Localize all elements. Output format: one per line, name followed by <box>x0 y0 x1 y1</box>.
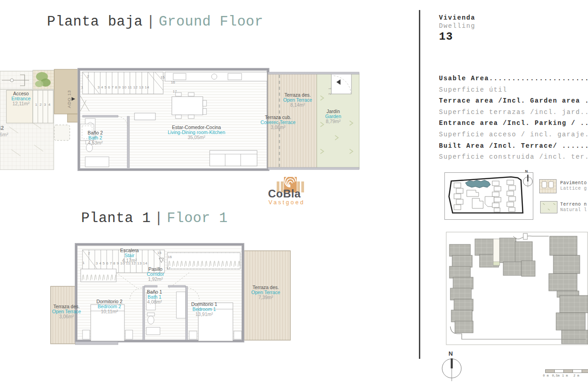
site-location-map <box>444 172 533 220</box>
room-label-bedroom1: Dormitorio 1 Bedroom 1 13,91m² <box>191 302 217 317</box>
f1-stair-number-1: 1 <box>83 261 84 265</box>
f1-stair-number-2: 2 <box>88 251 90 255</box>
title-ground-es: Planta baja <box>47 14 143 30</box>
f1-stair-number-16: 16 <box>168 255 172 259</box>
floorplan-sheet: Planta baja|Ground Floor Planta 1|Floor … <box>0 0 588 383</box>
ado-arrow-icon <box>72 97 75 101</box>
room-label-open-terrace-gf: Terraza des. Open Terrace 8,14m² <box>283 93 312 108</box>
gf-stair-number-17: 17 <box>173 89 177 93</box>
area-row-entrance: Entrance area /Incl. Parking / .... Supe… <box>439 119 588 141</box>
legend-natural-en: Natural l <box>560 207 587 212</box>
area-row-built: Built Area /Incl. Terrace/ ........ Supe… <box>439 141 588 164</box>
logo-name: CoBla <box>268 187 301 200</box>
scale-label-2: 2 m <box>573 374 579 378</box>
title-floor1-en: Floor 1 <box>167 210 228 226</box>
dwelling-label-en: Dwelling <box>439 22 475 30</box>
map-north-label: N <box>525 169 528 173</box>
title-ground-en: Ground Floor <box>159 14 263 30</box>
f1-stair-run-numbers: 3 4 5 6 7 8 9 10 11 12 13 14 <box>96 261 148 265</box>
ado-unit-label: ADO 13 <box>67 90 72 108</box>
room-label-garden: Jardín Garden 8,79m² <box>325 109 341 124</box>
gf-stair-number-1: 1 <box>81 85 83 89</box>
gf-stair-run-numbers: 3 4 5 6 7 8 9 10 11 12 13 14 <box>98 85 150 89</box>
logo-subtitle: Vastgoed <box>268 199 305 206</box>
room-label-corridor: Pasillo Corridor 1,92m² <box>147 267 164 282</box>
room-label-open-terrace-left: Terraza des. Open Terrace 3,06m² <box>52 304 81 319</box>
f1-stair-number-15: 15 <box>157 251 161 255</box>
legend-lattice-en: Lattice g <box>560 186 587 191</box>
scale-label-1: 1 m <box>562 374 568 378</box>
compass-icon <box>439 356 465 382</box>
title-floor1-es: Planta 1 <box>81 210 151 226</box>
site-location-map-drawing <box>445 173 533 219</box>
room-label-bath1: Baño 1 Bath 1 4,08m² <box>147 290 162 305</box>
vertical-divider <box>419 10 420 359</box>
gf-stair-number-16: 16 <box>171 80 175 84</box>
title-ground-separator: | <box>143 14 159 30</box>
legend-swatch-natural <box>540 201 557 213</box>
dwelling-label-es: Vivienda <box>439 14 475 21</box>
room-label-covered-terrace: Terraza cub. Coverec Terrace 3,08m² <box>261 115 296 130</box>
room-label-open-terrace-right: Terraza des. Open Terrace 7,39m² <box>251 285 280 300</box>
room-label-bath2: Baño 2 Bath 2 4,53m² <box>88 130 103 145</box>
room-label-entrance: Acceso Entrance 12,11m² <box>11 91 31 106</box>
area-row-usable: Usable Area........................ Supe… <box>439 74 588 96</box>
area-table: Usable Area........................ Supe… <box>439 74 588 164</box>
gf-stair-number-15: 15 <box>160 75 165 79</box>
legend-swatch-lattice <box>539 179 557 193</box>
f1-stair-number-17: 17 <box>166 266 170 270</box>
scale-label-05: 0,5m <box>552 374 560 378</box>
page-title-floor1: Planta 1|Floor 1 <box>81 210 228 226</box>
scale-label-0: 0 m <box>543 374 549 378</box>
highlighted-building <box>465 180 490 188</box>
site-plan-drawing <box>446 232 588 346</box>
area-row-terrace: Terrace area /Incl. Garden area ... Supe… <box>439 96 588 119</box>
page-title-ground-floor: Planta baja|Ground Floor <box>47 14 263 30</box>
parking-area-partial: 16m² <box>0 132 8 137</box>
gate-step-numbers: 2 1 <box>328 86 331 95</box>
room-label-living: Estar-Comedor-Cocina Living-Dining room-… <box>168 125 225 140</box>
entry-step-numbers: 1 2 3 4 <box>33 103 53 107</box>
legend-lattice-es: Pavimento <box>560 181 587 186</box>
ground-floor-plan-drawing <box>0 67 360 171</box>
cobla-logo: CoBla Vastgoed <box>266 171 317 207</box>
dwelling-number: 13 <box>439 31 453 43</box>
parking-label-partial: -42 <box>0 125 4 131</box>
gf-stair-number-2: 2 <box>87 74 89 78</box>
room-label-bedroom2: Dormitorio 2 Bedroom 2 10,11m² <box>96 299 122 314</box>
title-floor1-separator: | <box>151 210 167 226</box>
map-north-icon <box>523 175 532 187</box>
legend-natural-es: Terreno n <box>560 202 587 207</box>
highlighted-dwelling-unit <box>493 239 500 265</box>
